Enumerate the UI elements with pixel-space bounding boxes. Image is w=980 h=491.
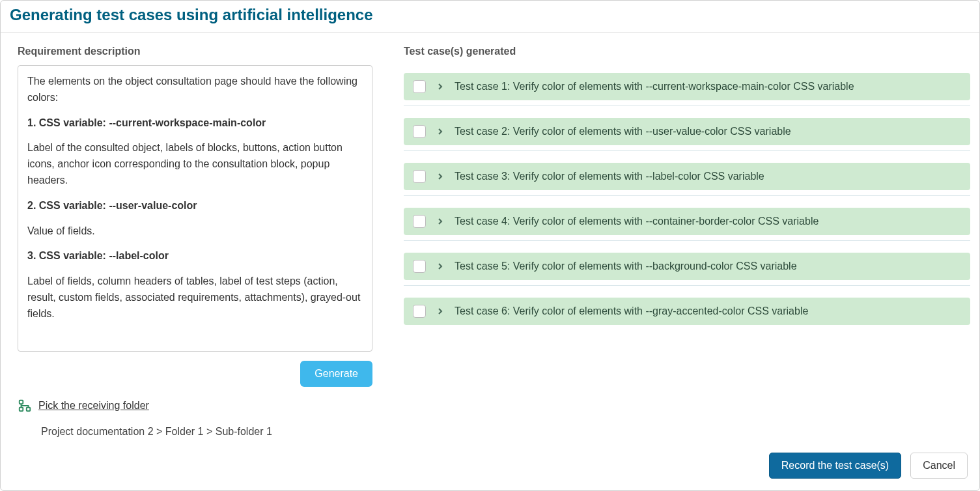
modal-title: Generating test cases using artificial i… [10, 6, 970, 24]
folder-section: Pick the receiving folder Project docume… [18, 399, 372, 438]
requirement-item-heading: 3. CSS variable: --label-color [27, 250, 169, 261]
folder-link-row: Pick the receiving folder [18, 399, 372, 413]
chevron-right-icon[interactable] [435, 171, 445, 182]
chevron-right-icon[interactable] [435, 261, 445, 272]
requirement-intro: The elements on the object consultation … [27, 74, 363, 106]
chevron-right-icon[interactable] [435, 216, 445, 227]
testcase-checkbox[interactable] [413, 260, 426, 273]
chevron-right-icon[interactable] [435, 306, 445, 316]
testcase-row[interactable]: Test case 5: Verify color of elements wi… [404, 253, 970, 280]
testcase-item: Test case 2: Verify color of elements wi… [404, 118, 970, 151]
pick-folder-link[interactable]: Pick the receiving folder [38, 400, 149, 412]
testcase-item: Test case 3: Verify color of elements wi… [404, 163, 970, 196]
testcase-label: Test case 1: Verify color of elements wi… [455, 81, 854, 92]
testcase-checkbox[interactable] [413, 215, 426, 228]
svg-rect-0 [20, 400, 23, 404]
requirement-section-label: Requirement description [18, 46, 372, 57]
ai-testcase-modal: Generating test cases using artificial i… [0, 0, 980, 491]
testcase-checkbox[interactable] [413, 170, 426, 183]
testcase-checkbox[interactable] [413, 80, 426, 93]
testcase-row[interactable]: Test case 3: Verify color of elements wi… [404, 163, 970, 190]
modal-body: Requirement description The elements on … [1, 33, 979, 443]
right-panel: Test case(s) generated Test case 1: Veri… [404, 46, 970, 443]
testcase-label: Test case 6: Verify color of elements wi… [455, 305, 808, 317]
svg-rect-1 [27, 408, 31, 412]
testcase-row[interactable]: Test case 2: Verify color of elements wi… [404, 118, 970, 145]
requirement-item-body: Value of fields. [27, 223, 363, 240]
testcase-item: Test case 4: Verify color of elements wi… [404, 208, 970, 241]
record-testcases-button[interactable]: Record the test case(s) [769, 453, 901, 479]
requirement-item-heading: 2. CSS variable: --user-value-color [27, 200, 197, 211]
requirement-item-body: Label of the consulted object, labels of… [27, 140, 363, 188]
requirement-description-input[interactable]: The elements on the object consultation … [18, 65, 372, 352]
testcase-row[interactable]: Test case 1: Verify color of elements wi… [404, 73, 970, 100]
testcase-item: Test case 1: Verify color of elements wi… [404, 73, 970, 106]
chevron-right-icon[interactable] [435, 126, 445, 137]
cancel-button[interactable]: Cancel [910, 453, 968, 479]
requirement-item-heading: 1. CSS variable: --current-workspace-mai… [27, 117, 266, 128]
testcase-label: Test case 2: Verify color of elements wi… [455, 126, 791, 137]
tree-icon [18, 399, 32, 413]
testcase-list: Test case 1: Verify color of elements wi… [404, 65, 970, 342]
testcase-row[interactable]: Test case 4: Verify color of elements wi… [404, 208, 970, 235]
modal-header: Generating test cases using artificial i… [1, 1, 979, 33]
testcase-item: Test case 5: Verify color of elements wi… [404, 253, 970, 286]
testcase-label: Test case 4: Verify color of elements wi… [455, 216, 819, 227]
testcase-label: Test case 5: Verify color of elements wi… [455, 260, 797, 272]
generate-row: Generate [18, 361, 372, 387]
testcases-section-label: Test case(s) generated [404, 46, 970, 57]
testcase-item: Test case 6: Verify color of elements wi… [404, 298, 970, 330]
chevron-right-icon[interactable] [435, 81, 445, 92]
left-panel: Requirement description The elements on … [18, 46, 372, 443]
testcase-checkbox[interactable] [413, 305, 426, 318]
testcase-row[interactable]: Test case 6: Verify color of elements wi… [404, 298, 970, 325]
generate-button[interactable]: Generate [300, 361, 372, 387]
testcase-checkbox[interactable] [413, 125, 426, 138]
testcase-label: Test case 3: Verify color of elements wi… [455, 171, 764, 182]
breadcrumb: Project documentation 2 > Folder 1 > Sub… [41, 426, 372, 438]
requirement-item-body: Label of fields, column headers of table… [27, 274, 363, 322]
modal-footer: Record the test case(s) Cancel [1, 443, 979, 490]
svg-rect-2 [20, 408, 23, 412]
